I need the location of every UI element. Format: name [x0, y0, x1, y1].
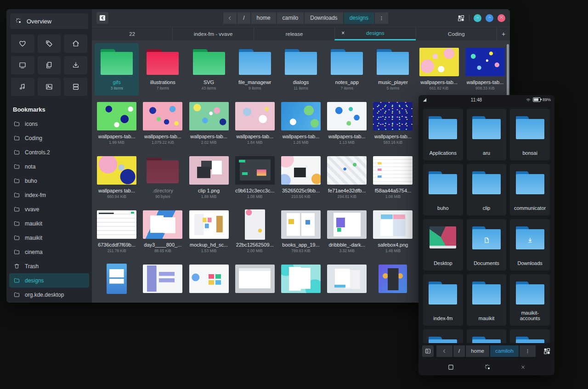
back-close-button[interactable]	[520, 364, 526, 370]
breadcrumb-segment-home[interactable]: home	[251, 12, 276, 24]
file-item[interactable]	[325, 260, 369, 303]
file-item-clip1png[interactable]: clip 1.png1.88 MiB	[187, 152, 231, 204]
file-item[interactable]	[233, 260, 277, 303]
quick-heart-button[interactable]	[11, 34, 34, 53]
file-item[interactable]	[95, 260, 139, 303]
mobile-folder-Documents[interactable]: Documents	[467, 219, 507, 271]
tab-release[interactable]: release	[254, 27, 334, 40]
sidebar-item-Coding[interactable]: Coding	[9, 131, 89, 145]
app-icon-button[interactable]	[96, 12, 108, 24]
breadcrumb-segment-designs[interactable]: designs	[344, 12, 374, 24]
tab-close-icon[interactable]: ×	[341, 30, 345, 36]
sidebar-item-cinema[interactable]: cinema	[9, 245, 89, 259]
breadcrumb-segment-Downloads[interactable]: Downloads	[305, 12, 343, 24]
mobile-folder-Downloads[interactable]: Downloads	[510, 219, 550, 271]
sidebar-item-nota[interactable]: nota	[9, 159, 89, 174]
back-button[interactable]	[223, 12, 237, 24]
mobile-back-button[interactable]	[436, 345, 452, 357]
mobile-folder-mauikitaccounts[interactable]: mauikit-accounts	[510, 274, 550, 326]
mobile-folder-clip[interactable]: clip	[467, 164, 507, 215]
mobile-breadcrumb-segment-camiloh[interactable]: camiloh	[490, 345, 519, 357]
file-item-booksapp19[interactable]: books_app_19...789.63 KiB	[279, 206, 323, 258]
sidebar-item-index-fm[interactable]: index-fm	[9, 188, 89, 202]
folder-item-musicplayer[interactable]: music_player5 items	[371, 43, 415, 96]
tab-designs[interactable]: ×designs	[334, 27, 415, 40]
quick-tag-button[interactable]	[38, 34, 61, 53]
file-item-35265025c9bb[interactable]: 35265025c9bb...210.56 KiB	[279, 152, 323, 204]
mobile-breadcrumb-segment-[interactable]: /	[453, 345, 465, 357]
mobile-folder-bonsai[interactable]: bonsai	[510, 109, 550, 160]
folder-item-notesapp[interactable]: notes_app7 items	[325, 43, 369, 96]
tab-22[interactable]: 22	[92, 27, 172, 40]
mobile-folder-partial[interactable]	[423, 329, 463, 343]
file-item-wallpaperstab[interactable]: wallpapers-tab...1.84 MiB	[233, 97, 277, 150]
quick-download-button[interactable]	[64, 56, 87, 74]
file-item-wallpaperstab[interactable]: wallpapers-tab...2.02 MiB	[187, 97, 231, 150]
quick-drives-button[interactable]	[64, 78, 87, 96]
file-item[interactable]	[279, 260, 323, 303]
file-item-wallpaperstab[interactable]: wallpapers tab...660.94 KiB	[95, 152, 139, 204]
folder-item-SVG[interactable]: SVG43 items	[187, 43, 231, 96]
folder-item-dialogs[interactable]: dialogs11 items	[279, 43, 323, 96]
mobile-folder-Desktop[interactable]: Desktop	[423, 219, 463, 271]
file-item[interactable]	[371, 260, 415, 303]
breadcrumb-menu-button[interactable]	[375, 12, 388, 24]
file-item-wallpaperstab[interactable]: wallpapers-tab...1.99 MiB	[95, 97, 139, 150]
file-item-wallpaperstab[interactable]: wallpapers-tab...1.13 MiB	[325, 97, 369, 150]
file-item-wallpaperstab[interactable]: wallpapers-tab...661.82 KiB	[417, 43, 461, 96]
mobile-folder-communicator[interactable]: communicator	[510, 164, 550, 215]
file-item[interactable]	[187, 260, 231, 303]
file-item-safebox4png[interactable]: safebox4.png1.48 MiB	[371, 206, 415, 258]
mobile-folder-partial[interactable]	[467, 329, 507, 343]
new-tab-button[interactable]: +	[497, 27, 510, 40]
folder-item-illustrations[interactable]: illustrations7 items	[141, 43, 185, 96]
sidebar-item-Controls.2[interactable]: Controls.2	[9, 145, 89, 159]
file-item[interactable]	[141, 260, 185, 303]
minimize-button[interactable]	[474, 14, 481, 22]
quick-home-button[interactable]	[64, 34, 87, 53]
breadcrumb-segment-camilo[interactable]: camilo	[277, 12, 304, 24]
tab-index-fm---vvave[interactable]: index-fm - vvave	[172, 27, 253, 40]
folder-item-directory[interactable]: .directory90 bytes	[141, 152, 185, 204]
sidebar-item-mauikit[interactable]: mauikit	[9, 231, 89, 245]
mobile-view-toggle-icon[interactable]	[543, 347, 551, 355]
mobile-breadcrumb-segment-home[interactable]: home	[466, 345, 489, 357]
mobile-folder-mauikit[interactable]: mauikit	[467, 274, 507, 326]
file-item-dribbbledark[interactable]: dribbble_-dark...3.32 MiB	[325, 206, 369, 258]
tab-Coding[interactable]: Coding	[416, 27, 497, 40]
sidebar-toggle-button[interactable]	[422, 345, 434, 357]
file-item-day3800[interactable]: day3____800_...88.65 KiB	[141, 206, 185, 258]
sidebar-item-org.kde.desktop[interactable]: org.kde.desktop	[9, 288, 89, 302]
file-item-wallpaperstab[interactable]: wallpapers-tab...583.16 KiB	[371, 97, 415, 150]
sidebar-item-vvave[interactable]: vvave	[9, 202, 89, 216]
home-dots-button[interactable]	[484, 363, 491, 371]
quick-pages-button[interactable]	[38, 56, 61, 74]
mobile-folder-buho[interactable]: buho	[423, 164, 463, 215]
mobile-folder-indexfm[interactable]: index-fm	[423, 274, 463, 326]
mobile-folder-partial[interactable]	[510, 329, 550, 343]
mobile-menu-button[interactable]	[520, 345, 536, 357]
quick-desktop-button[interactable]	[11, 56, 34, 74]
file-item-f58aa44a5754[interactable]: f58aa44a5754...1.08 MiB	[371, 152, 415, 204]
file-item-22bc12562509[interactable]: 22bc12562509...2.00 MiB	[233, 206, 277, 258]
file-item-wallpaperstab[interactable]: wallpapers-tab...908.33 KiB	[463, 43, 507, 96]
sidebar-item-Trash[interactable]: Trash	[9, 259, 89, 273]
quick-music-button[interactable]	[11, 78, 34, 96]
overview-header[interactable]: Overview	[10, 13, 88, 29]
file-item-c9b612c3ecc3c[interactable]: c9b612c3ecc3c...1.08 MiB	[233, 152, 277, 204]
maximize-button[interactable]	[486, 14, 493, 22]
file-item-wallpaperstab[interactable]: wallpapers-tab...1.26 MiB	[279, 97, 323, 150]
mobile-folder-Applications[interactable]: Applications	[423, 109, 463, 160]
folder-item-gifs[interactable]: gifs3 items	[95, 43, 139, 96]
sidebar-item-buho[interactable]: buho	[9, 174, 89, 188]
sidebar-item-mauikit[interactable]: mauikit	[9, 216, 89, 231]
file-item-6736cddf7f69b[interactable]: 6736cddf7f69b...211.78 KiB	[95, 206, 139, 258]
file-item-fe71ae4e32dfb[interactable]: fe71ae4e32dfb...294.81 KiB	[325, 152, 369, 204]
breadcrumb-segment-[interactable]: /	[237, 12, 250, 24]
close-button[interactable]	[498, 14, 505, 22]
file-item-wallpaperstab[interactable]: wallpapers-tab...1,079.22 KiB	[141, 97, 185, 150]
file-item-mockuphdsc[interactable]: mockup_hd_sc...1.53 MiB	[187, 206, 231, 258]
mobile-folder-aru[interactable]: aru	[467, 109, 507, 160]
sidebar-item-icons[interactable]: icons	[9, 117, 89, 131]
quick-image-button[interactable]	[38, 78, 61, 96]
